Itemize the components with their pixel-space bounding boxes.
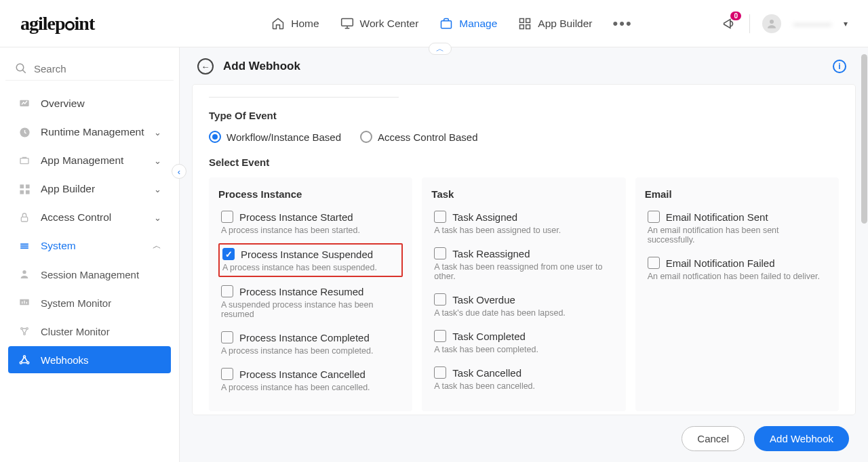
event-task-completed[interactable]: Task Completed A task has been completed… bbox=[431, 326, 616, 358]
event-label: Email Notification Sent bbox=[666, 211, 768, 223]
event-label: Process Instance Completed bbox=[239, 332, 370, 343]
sidebar-item-app-mgmt[interactable]: App Management ⌄ bbox=[8, 147, 171, 174]
event-label: Task Overdue bbox=[452, 294, 515, 306]
event-desc: A task has been cancelled. bbox=[434, 381, 613, 391]
svg-point-19 bbox=[22, 270, 26, 274]
chevron-down-icon: ⌄ bbox=[154, 184, 161, 194]
vertical-scrollbar[interactable] bbox=[861, 54, 867, 224]
nav-more[interactable]: ••• bbox=[612, 15, 632, 33]
svg-rect-4 bbox=[520, 24, 524, 28]
add-webhook-button[interactable]: Add Webhook bbox=[754, 426, 849, 451]
brand-logo: agilepint bbox=[20, 13, 94, 35]
event-pi-started[interactable]: Process Instance Started A process insta… bbox=[218, 207, 403, 239]
sidebar-item-app-builder[interactable]: App Builder ⌄ bbox=[8, 175, 171, 203]
event-desc: A task has been assigned to user. bbox=[434, 226, 613, 235]
type-of-event-label: Type Of Event bbox=[209, 110, 839, 121]
content-area: ← Add Webhook i Type Of Event Workflow/I… bbox=[180, 47, 868, 462]
checkbox-icon bbox=[221, 368, 233, 380]
svg-rect-14 bbox=[25, 190, 29, 194]
event-label: Task Completed bbox=[452, 331, 526, 342]
system-icon bbox=[18, 240, 31, 252]
svg-point-29 bbox=[27, 362, 29, 364]
sidebar-item-access-control[interactable]: Access Control ⌄ bbox=[8, 204, 171, 231]
nav-work-center[interactable]: Work Center bbox=[340, 16, 419, 31]
announcements-button[interactable]: 0 bbox=[721, 16, 737, 32]
back-button[interactable]: ← bbox=[197, 58, 214, 75]
event-label: Process Instance Resumed bbox=[239, 286, 363, 297]
event-label: Task Assigned bbox=[452, 211, 517, 223]
event-task-reassigned[interactable]: Task Reassigned A task has been reassign… bbox=[431, 243, 616, 285]
checkbox-icon bbox=[221, 331, 233, 343]
sidebar-label: App Builder bbox=[41, 183, 95, 195]
collapse-top-tab[interactable]: ︿ bbox=[429, 43, 452, 55]
event-pi-cancelled[interactable]: Process Instance Cancelled A process ins… bbox=[218, 364, 403, 396]
sidebar-sub-webhooks[interactable]: Webhooks bbox=[8, 346, 171, 373]
event-task-assigned[interactable]: Task Assigned A task has been assigned t… bbox=[431, 207, 616, 239]
checkbox-icon bbox=[434, 293, 446, 306]
radio-access-control-based[interactable]: Access Control Based bbox=[360, 131, 478, 143]
event-desc: A process instance has been completed. bbox=[221, 346, 400, 356]
event-col-email: Email Email Notification Sent An email n… bbox=[635, 177, 839, 411]
radio-workflow-based[interactable]: Workflow/Instance Based bbox=[209, 131, 341, 143]
radio-label: Access Control Based bbox=[378, 131, 478, 143]
event-task-overdue[interactable]: Task Overdue A task's due date has been … bbox=[431, 289, 616, 322]
svg-rect-5 bbox=[526, 24, 530, 28]
checkbox-icon bbox=[434, 330, 446, 342]
sidebar-item-runtime[interactable]: Runtime Management ⌄ bbox=[8, 119, 171, 146]
event-pi-suspended[interactable]: ✓Process Instance Suspended A process in… bbox=[218, 243, 403, 277]
search-input[interactable] bbox=[34, 63, 164, 75]
nav-home[interactable]: Home bbox=[271, 16, 319, 31]
svg-rect-12 bbox=[25, 184, 29, 188]
checkbox-icon bbox=[648, 211, 660, 223]
svg-point-27 bbox=[24, 356, 26, 358]
svg-rect-2 bbox=[520, 18, 524, 22]
divider bbox=[749, 14, 750, 33]
person-icon bbox=[18, 268, 31, 280]
svg-rect-23 bbox=[26, 302, 27, 304]
svg-rect-17 bbox=[20, 245, 28, 247]
event-desc: An email notification has been sent succ… bbox=[648, 226, 827, 245]
svg-rect-22 bbox=[24, 301, 24, 304]
event-label: Process Instance Started bbox=[239, 211, 353, 223]
sidebar-label: Webhooks bbox=[41, 354, 89, 366]
sidebar-item-system[interactable]: System ︿ bbox=[8, 232, 171, 259]
user-avatar[interactable] bbox=[762, 14, 781, 33]
cluster-icon bbox=[18, 325, 31, 337]
user-menu-chevron[interactable]: ▾ bbox=[844, 19, 848, 28]
sidebar-sub-system-monitor[interactable]: System Monitor bbox=[8, 289, 171, 316]
webhook-icon bbox=[18, 354, 31, 366]
sidebar-search[interactable] bbox=[5, 57, 174, 81]
event-col-process-instance: Process Instance Process Instance Starte… bbox=[209, 177, 412, 411]
nav-app-builder[interactable]: App Builder bbox=[517, 16, 592, 31]
info-icon[interactable]: i bbox=[833, 60, 846, 73]
col-title: Email bbox=[645, 188, 829, 200]
sidebar-sub-session-mgmt[interactable]: Session Management bbox=[8, 261, 171, 288]
sidebar-label: System bbox=[41, 240, 76, 252]
monitor-icon bbox=[340, 16, 355, 31]
event-pi-completed[interactable]: Process Instance Completed A process ins… bbox=[218, 327, 403, 360]
nav-manage[interactable]: Manage bbox=[439, 16, 497, 31]
form-card: Type Of Event Workflow/Instance Based Ac… bbox=[192, 84, 856, 415]
event-email-sent[interactable]: Email Notification Sent An email notific… bbox=[645, 207, 829, 249]
sidebar-collapse-button[interactable]: ‹ bbox=[172, 164, 186, 179]
squares-icon bbox=[18, 183, 31, 195]
event-task-cancelled[interactable]: Task Cancelled A task has been cancelled… bbox=[431, 362, 616, 395]
checkbox-icon bbox=[434, 366, 446, 379]
svg-rect-18 bbox=[20, 247, 28, 249]
event-desc: A task has been completed. bbox=[434, 345, 613, 354]
radio-label: Workflow/Instance Based bbox=[226, 131, 341, 143]
checkbox-icon bbox=[434, 211, 446, 223]
cancel-button[interactable]: Cancel bbox=[682, 426, 745, 451]
event-pi-resumed[interactable]: Process Instance Resumed A suspended pro… bbox=[218, 281, 403, 323]
svg-point-28 bbox=[20, 362, 22, 364]
home-icon bbox=[271, 16, 285, 31]
sidebar-label: Session Management bbox=[41, 269, 139, 280]
checkbox-icon bbox=[648, 257, 660, 269]
sidebar-sub-cluster-monitor[interactable]: Cluster Monitor bbox=[8, 318, 171, 345]
checkbox-checked-icon: ✓ bbox=[222, 248, 235, 260]
event-email-failed[interactable]: Email Notification Failed An email notfi… bbox=[645, 253, 829, 285]
chart-icon bbox=[18, 98, 31, 110]
sidebar-item-overview[interactable]: Overview bbox=[8, 90, 171, 117]
grid-icon bbox=[517, 16, 532, 31]
nav-app-builder-label: App Builder bbox=[538, 18, 592, 30]
